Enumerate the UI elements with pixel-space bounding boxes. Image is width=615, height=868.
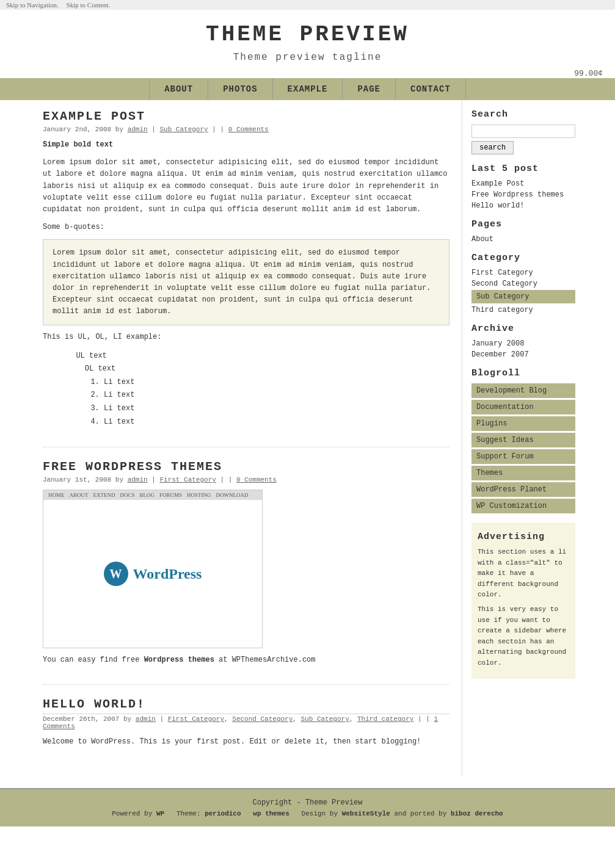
post-title-free-themes: FREE WORDPRESS THEMES — [43, 460, 449, 474]
post-cat3[interactable]: Sub Category — [301, 715, 349, 723]
last5-item: Free Wordpress themes — [471, 190, 575, 199]
last5-link-3[interactable]: Hello world! — [471, 201, 524, 210]
category-item-sub: Sub Category — [471, 290, 575, 303]
post-title-hello-world: HELLO WORLD! — [43, 697, 449, 711]
footer-copyright: Copyright - Theme Preview — [9, 798, 606, 807]
wp-content: W WordPress — [43, 500, 262, 648]
category-link-third[interactable]: Third category — [471, 306, 533, 314]
wp-screenshot-container: HOME ABOUT EXTEND DOCS BLOG FORUMS HOSTI… — [43, 490, 449, 648]
category-link-first[interactable]: First Category — [471, 269, 533, 277]
wp-bar-hosting: HOSTING — [187, 492, 211, 498]
list-label: This is UL, OL, LI example: — [43, 331, 449, 343]
category-link-second[interactable]: Second Category — [471, 280, 537, 288]
post-meta-free-themes: January 1st, 2008 by admin | First Categ… — [43, 476, 449, 483]
wp-bar-download: DOWNLOAD — [216, 492, 249, 498]
blogroll-link-support[interactable]: Support Forum — [471, 449, 575, 464]
post-category-free-themes[interactable]: First Category — [159, 476, 216, 483]
sidebar-archive-heading: Archive — [471, 324, 575, 334]
post-comments-example[interactable]: 0 Comments — [228, 126, 269, 133]
post-meta-example: January 2nd, 2008 by admin | Sub Categor… — [43, 126, 449, 133]
footer-porter-link[interactable]: biboz derecho — [451, 810, 503, 817]
last5-link-1[interactable]: Example Post — [471, 179, 524, 188]
site-header: THEME PREVIEW Theme preview tagline — [0, 10, 615, 69]
wp-bar-about: ABOUT — [70, 492, 89, 498]
advertising-text1: This section uses a li with a class="alt… — [478, 547, 569, 601]
post-body-example: Lorem ipsum dolor sit amet, consectetur … — [43, 157, 449, 215]
nav-link-photos[interactable]: PHOTOS — [208, 78, 272, 100]
site-tagline: Theme preview tagline — [6, 52, 609, 63]
blogroll-link-themes[interactable]: Themes — [471, 466, 575, 480]
blogroll-link-suggest[interactable]: Suggest Ideas — [471, 433, 575, 447]
advertising-box: Advertising This section uses a li with … — [471, 523, 575, 679]
archive-link-dec2007[interactable]: December 2007 — [471, 350, 529, 359]
last5-item: Example Post — [471, 179, 575, 188]
wp-screenshot: HOME ABOUT EXTEND DOCS BLOG FORUMS HOSTI… — [43, 490, 263, 648]
post-category-example[interactable]: Sub Category — [159, 126, 208, 133]
footer-theme-link[interactable]: periodico — [205, 810, 241, 817]
search-input[interactable] — [471, 125, 575, 138]
blogroll-link-wpplanet[interactable]: WordPress Planet — [471, 482, 575, 497]
last5-link-2[interactable]: Free Wordpress themes — [471, 190, 564, 199]
skip-content-link[interactable]: Skip to Content. — [67, 1, 111, 9]
wp-logo: W WordPress — [104, 562, 202, 586]
footer-wpthemes-link[interactable]: wp themes — [253, 810, 289, 817]
list-item: UL text — [67, 350, 449, 363]
advertising-text2: This is very easy to use if you want to … — [478, 604, 569, 669]
nav-item-page: PAGE — [343, 78, 396, 100]
post-date-free-themes: January 1st, 2008 — [43, 476, 111, 483]
search-button[interactable]: search — [471, 141, 514, 154]
footer-powered: Powered by WP Theme: periodico wp themes… — [9, 810, 606, 817]
site-title: THEME PREVIEW — [6, 22, 609, 47]
post-meta-hello-world: December 26th, 2007 by admin | First Cat… — [43, 715, 449, 730]
post-date-hello-world: December 26th, 2007 — [43, 715, 119, 723]
post-author-hello-world[interactable]: admin — [136, 715, 156, 723]
wp-bar-home: HOME — [48, 492, 65, 498]
blogroll-item: Themes — [471, 466, 575, 480]
post-author-free-themes[interactable]: admin — [128, 476, 148, 483]
nav-link-page[interactable]: PAGE — [343, 78, 396, 100]
post-free-themes: FREE WORDPRESS THEMES January 1st, 2008 … — [43, 460, 449, 666]
blogroll-item: WP Customization — [471, 499, 575, 513]
post-title-example: EXAMPLE POST — [43, 109, 449, 123]
blogroll-link-wpcustom[interactable]: WP Customization — [471, 499, 575, 513]
archive-list: January 2008 December 2007 — [471, 339, 575, 359]
wp-bar-blog: BLOG — [140, 492, 155, 498]
footer-design-link[interactable]: WebsiteStyle — [342, 810, 390, 817]
list-item: Li text — [104, 416, 449, 429]
nav-link-example[interactable]: EXAMPLE — [273, 78, 343, 100]
blogroll-link-plugins[interactable]: Plugins — [471, 416, 575, 431]
footer-wp-link[interactable]: WP — [156, 810, 164, 817]
category-sub-label: Sub Category — [471, 290, 575, 303]
blogroll-item: Support Forum — [471, 449, 575, 464]
sidebar-blogroll-heading: Blogroll — [471, 368, 575, 378]
wp-themes-bold: Wordpress themes — [144, 656, 214, 664]
blogroll-item: Suggest Ideas — [471, 433, 575, 447]
post-cat4[interactable]: Third category — [357, 715, 413, 723]
wp-bar-forums: FORUMS — [159, 492, 182, 498]
nav-link-contact[interactable]: CONTACT — [396, 78, 466, 100]
sidebar-pages-heading: Pages — [471, 219, 575, 230]
blockquote-example: Lorem ipsum dolor sit amet, consectetur … — [43, 239, 449, 325]
post-date-example: January 2nd, 2008 — [43, 126, 111, 133]
post-hello-world: HELLO WORLD! December 26th, 2007 by admi… — [43, 697, 449, 748]
pages-item: About — [471, 234, 575, 244]
nav-link-about[interactable]: ABOUT — [149, 78, 208, 100]
wp-bar-docs: DOCS — [120, 492, 135, 498]
skip-nav-link[interactable]: Skip to Navigation. — [6, 1, 59, 9]
pages-link-about[interactable]: About — [471, 235, 493, 244]
archive-item: December 2007 — [471, 350, 575, 359]
blogroll-list: Development Blog Documentation Plugins S… — [471, 383, 575, 513]
post-author-example[interactable]: admin — [128, 126, 148, 133]
ol-list: Li text Li text Li text Li text — [104, 376, 449, 429]
main-content: EXAMPLE POST January 2nd, 2008 by admin … — [31, 100, 462, 776]
post-cat2[interactable]: Second Category — [232, 715, 293, 723]
archive-link-jan2008[interactable]: January 2008 — [471, 339, 524, 348]
footer-theme-label: Theme: — [176, 810, 201, 817]
blogroll-link-docs[interactable]: Documentation — [471, 400, 575, 414]
blogroll-link-devblog[interactable]: Development Blog — [471, 383, 575, 398]
list-item: Li text — [104, 389, 449, 402]
post-cat1[interactable]: First Category — [168, 715, 224, 723]
nav-item-photos: PHOTOS — [208, 78, 272, 100]
list-item: Li text — [104, 402, 449, 416]
post-comments-free-themes[interactable]: 0 Comments — [236, 476, 277, 483]
